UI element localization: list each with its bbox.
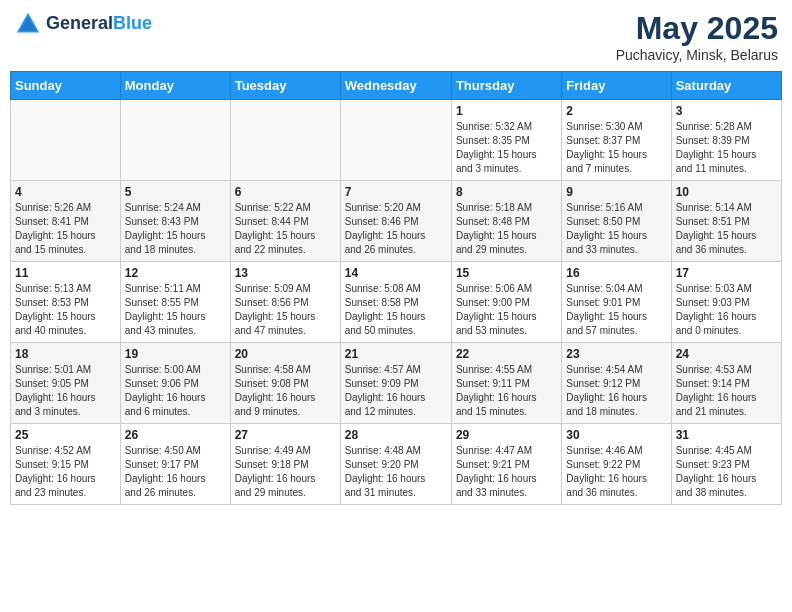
day-info: Sunrise: 5:28 AM Sunset: 8:39 PM Dayligh… — [676, 120, 777, 176]
day-number: 2 — [566, 104, 666, 118]
day-info: Sunrise: 4:58 AM Sunset: 9:08 PM Dayligh… — [235, 363, 336, 419]
calendar-cell: 28Sunrise: 4:48 AM Sunset: 9:20 PM Dayli… — [340, 424, 451, 505]
day-info: Sunrise: 5:32 AM Sunset: 8:35 PM Dayligh… — [456, 120, 557, 176]
day-number: 20 — [235, 347, 336, 361]
day-number: 10 — [676, 185, 777, 199]
day-info: Sunrise: 4:46 AM Sunset: 9:22 PM Dayligh… — [566, 444, 666, 500]
day-number: 27 — [235, 428, 336, 442]
calendar-cell: 3Sunrise: 5:28 AM Sunset: 8:39 PM Daylig… — [671, 100, 781, 181]
location: Puchavicy, Minsk, Belarus — [616, 47, 778, 63]
calendar-cell — [120, 100, 230, 181]
day-info: Sunrise: 5:20 AM Sunset: 8:46 PM Dayligh… — [345, 201, 447, 257]
calendar-cell: 25Sunrise: 4:52 AM Sunset: 9:15 PM Dayli… — [11, 424, 121, 505]
day-number: 16 — [566, 266, 666, 280]
day-number: 14 — [345, 266, 447, 280]
day-number: 15 — [456, 266, 557, 280]
calendar-week-row: 18Sunrise: 5:01 AM Sunset: 9:05 PM Dayli… — [11, 343, 782, 424]
calendar-cell: 18Sunrise: 5:01 AM Sunset: 9:05 PM Dayli… — [11, 343, 121, 424]
month-year: May 2025 — [616, 10, 778, 47]
day-number: 28 — [345, 428, 447, 442]
day-number: 22 — [456, 347, 557, 361]
calendar-cell: 31Sunrise: 4:45 AM Sunset: 9:23 PM Dayli… — [671, 424, 781, 505]
day-info: Sunrise: 4:54 AM Sunset: 9:12 PM Dayligh… — [566, 363, 666, 419]
day-number: 24 — [676, 347, 777, 361]
day-info: Sunrise: 5:30 AM Sunset: 8:37 PM Dayligh… — [566, 120, 666, 176]
day-number: 9 — [566, 185, 666, 199]
calendar-cell: 20Sunrise: 4:58 AM Sunset: 9:08 PM Dayli… — [230, 343, 340, 424]
calendar-cell: 8Sunrise: 5:18 AM Sunset: 8:48 PM Daylig… — [451, 181, 561, 262]
day-number: 18 — [15, 347, 116, 361]
calendar-cell: 19Sunrise: 5:00 AM Sunset: 9:06 PM Dayli… — [120, 343, 230, 424]
calendar-week-row: 1Sunrise: 5:32 AM Sunset: 8:35 PM Daylig… — [11, 100, 782, 181]
day-info: Sunrise: 5:14 AM Sunset: 8:51 PM Dayligh… — [676, 201, 777, 257]
day-number: 6 — [235, 185, 336, 199]
day-info: Sunrise: 4:53 AM Sunset: 9:14 PM Dayligh… — [676, 363, 777, 419]
day-number: 11 — [15, 266, 116, 280]
page-header: GeneralBlue May 2025 Puchavicy, Minsk, B… — [10, 10, 782, 63]
calendar-week-row: 4Sunrise: 5:26 AM Sunset: 8:41 PM Daylig… — [11, 181, 782, 262]
calendar-cell — [230, 100, 340, 181]
day-number: 13 — [235, 266, 336, 280]
calendar-cell: 14Sunrise: 5:08 AM Sunset: 8:58 PM Dayli… — [340, 262, 451, 343]
title-block: May 2025 Puchavicy, Minsk, Belarus — [616, 10, 778, 63]
calendar-cell: 24Sunrise: 4:53 AM Sunset: 9:14 PM Dayli… — [671, 343, 781, 424]
calendar-cell: 5Sunrise: 5:24 AM Sunset: 8:43 PM Daylig… — [120, 181, 230, 262]
calendar-cell: 9Sunrise: 5:16 AM Sunset: 8:50 PM Daylig… — [562, 181, 671, 262]
day-info: Sunrise: 4:45 AM Sunset: 9:23 PM Dayligh… — [676, 444, 777, 500]
day-number: 12 — [125, 266, 226, 280]
calendar-cell: 17Sunrise: 5:03 AM Sunset: 9:03 PM Dayli… — [671, 262, 781, 343]
calendar-cell: 29Sunrise: 4:47 AM Sunset: 9:21 PM Dayli… — [451, 424, 561, 505]
logo-blue: Blue — [113, 13, 152, 33]
calendar-cell — [340, 100, 451, 181]
calendar-cell: 21Sunrise: 4:57 AM Sunset: 9:09 PM Dayli… — [340, 343, 451, 424]
day-info: Sunrise: 5:09 AM Sunset: 8:56 PM Dayligh… — [235, 282, 336, 338]
day-number: 8 — [456, 185, 557, 199]
header-sunday: Sunday — [11, 72, 121, 100]
day-info: Sunrise: 5:18 AM Sunset: 8:48 PM Dayligh… — [456, 201, 557, 257]
day-info: Sunrise: 4:52 AM Sunset: 9:15 PM Dayligh… — [15, 444, 116, 500]
day-number: 25 — [15, 428, 116, 442]
calendar-cell: 23Sunrise: 4:54 AM Sunset: 9:12 PM Dayli… — [562, 343, 671, 424]
logo: GeneralBlue — [14, 10, 152, 38]
header-tuesday: Tuesday — [230, 72, 340, 100]
calendar-cell: 6Sunrise: 5:22 AM Sunset: 8:44 PM Daylig… — [230, 181, 340, 262]
calendar-cell: 16Sunrise: 5:04 AM Sunset: 9:01 PM Dayli… — [562, 262, 671, 343]
calendar-cell: 15Sunrise: 5:06 AM Sunset: 9:00 PM Dayli… — [451, 262, 561, 343]
calendar-cell — [11, 100, 121, 181]
day-number: 3 — [676, 104, 777, 118]
header-wednesday: Wednesday — [340, 72, 451, 100]
day-info: Sunrise: 5:24 AM Sunset: 8:43 PM Dayligh… — [125, 201, 226, 257]
calendar-cell: 4Sunrise: 5:26 AM Sunset: 8:41 PM Daylig… — [11, 181, 121, 262]
logo-icon — [14, 10, 42, 38]
day-number: 30 — [566, 428, 666, 442]
day-info: Sunrise: 5:26 AM Sunset: 8:41 PM Dayligh… — [15, 201, 116, 257]
day-number: 4 — [15, 185, 116, 199]
calendar-cell: 10Sunrise: 5:14 AM Sunset: 8:51 PM Dayli… — [671, 181, 781, 262]
day-info: Sunrise: 4:55 AM Sunset: 9:11 PM Dayligh… — [456, 363, 557, 419]
calendar-cell: 12Sunrise: 5:11 AM Sunset: 8:55 PM Dayli… — [120, 262, 230, 343]
calendar-cell: 2Sunrise: 5:30 AM Sunset: 8:37 PM Daylig… — [562, 100, 671, 181]
calendar-cell: 26Sunrise: 4:50 AM Sunset: 9:17 PM Dayli… — [120, 424, 230, 505]
calendar-cell: 27Sunrise: 4:49 AM Sunset: 9:18 PM Dayli… — [230, 424, 340, 505]
day-info: Sunrise: 4:49 AM Sunset: 9:18 PM Dayligh… — [235, 444, 336, 500]
calendar-cell: 1Sunrise: 5:32 AM Sunset: 8:35 PM Daylig… — [451, 100, 561, 181]
calendar-week-row: 11Sunrise: 5:13 AM Sunset: 8:53 PM Dayli… — [11, 262, 782, 343]
day-number: 7 — [345, 185, 447, 199]
header-monday: Monday — [120, 72, 230, 100]
day-info: Sunrise: 5:22 AM Sunset: 8:44 PM Dayligh… — [235, 201, 336, 257]
calendar-cell: 13Sunrise: 5:09 AM Sunset: 8:56 PM Dayli… — [230, 262, 340, 343]
day-info: Sunrise: 4:48 AM Sunset: 9:20 PM Dayligh… — [345, 444, 447, 500]
day-info: Sunrise: 5:08 AM Sunset: 8:58 PM Dayligh… — [345, 282, 447, 338]
day-number: 5 — [125, 185, 226, 199]
calendar-cell: 11Sunrise: 5:13 AM Sunset: 8:53 PM Dayli… — [11, 262, 121, 343]
day-number: 26 — [125, 428, 226, 442]
day-info: Sunrise: 5:01 AM Sunset: 9:05 PM Dayligh… — [15, 363, 116, 419]
day-number: 29 — [456, 428, 557, 442]
calendar-week-row: 25Sunrise: 4:52 AM Sunset: 9:15 PM Dayli… — [11, 424, 782, 505]
day-info: Sunrise: 5:04 AM Sunset: 9:01 PM Dayligh… — [566, 282, 666, 338]
day-info: Sunrise: 5:13 AM Sunset: 8:53 PM Dayligh… — [15, 282, 116, 338]
day-info: Sunrise: 5:00 AM Sunset: 9:06 PM Dayligh… — [125, 363, 226, 419]
day-number: 19 — [125, 347, 226, 361]
logo-general: General — [46, 13, 113, 33]
day-number: 1 — [456, 104, 557, 118]
